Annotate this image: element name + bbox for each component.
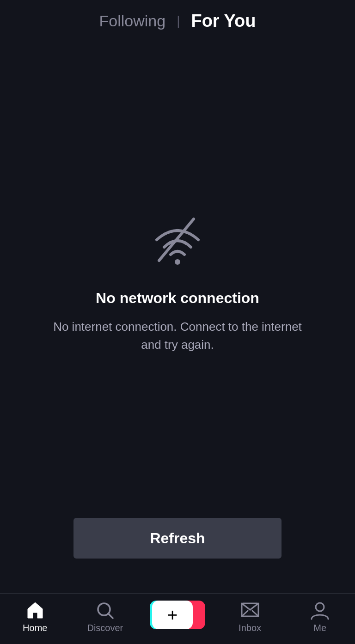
nav-item-home[interactable]: Home: [12, 600, 58, 633]
me-label: Me: [313, 623, 326, 633]
refresh-button[interactable]: Refresh: [73, 518, 282, 559]
bottom-nav: Home Discover + Inbox Me: [0, 593, 355, 644]
nav-item-inbox[interactable]: Inbox: [227, 600, 273, 633]
header: Following | For You: [0, 0, 355, 42]
tab-for-you[interactable]: For You: [182, 6, 265, 36]
me-icon: [309, 600, 331, 621]
home-label: Home: [23, 623, 47, 633]
svg-line-5: [242, 603, 250, 610]
no-wifi-icon: [143, 207, 212, 267]
discover-label: Discover: [87, 623, 123, 633]
svg-line-6: [250, 603, 258, 610]
error-subtitle: No internet connection. Connect to the i…: [50, 318, 305, 354]
plus-white-bg[interactable]: +: [152, 601, 193, 629]
main-content: No network connection No internet connec…: [0, 42, 355, 593]
svg-point-0: [175, 259, 180, 265]
home-icon: [24, 600, 46, 621]
tab-divider: |: [177, 13, 180, 28]
inbox-icon: [239, 600, 261, 621]
nav-item-me[interactable]: Me: [297, 600, 343, 633]
error-title: No network connection: [96, 290, 259, 307]
svg-point-7: [316, 603, 324, 611]
nav-item-create[interactable]: +: [152, 601, 203, 633]
svg-line-3: [108, 614, 113, 618]
svg-line-1: [159, 219, 194, 261]
nav-item-discover[interactable]: Discover: [82, 600, 128, 633]
discover-icon: [94, 600, 116, 621]
tab-following[interactable]: Following: [90, 7, 175, 35]
plus-icon: +: [167, 606, 178, 624]
inbox-label: Inbox: [239, 623, 261, 633]
